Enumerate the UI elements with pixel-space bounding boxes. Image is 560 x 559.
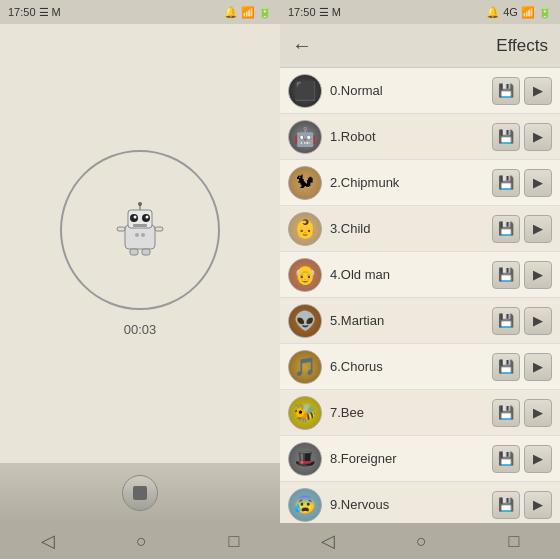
effect-actions-5: 💾▶: [492, 307, 552, 335]
save-button-3[interactable]: 💾: [492, 215, 520, 243]
effect-avatar-1: 🤖: [288, 120, 322, 154]
effect-avatar-9: 😰: [288, 488, 322, 522]
left-back-button[interactable]: ◁: [25, 526, 71, 556]
effects-list[interactable]: ⬛0.Normal💾▶🤖1.Robot💾▶🐿2.Chipmunk💾▶👶3.Chi…: [280, 68, 560, 523]
effect-item-9: 😰9.Nervous💾▶: [280, 482, 560, 523]
save-button-9[interactable]: 💾: [492, 491, 520, 519]
right-status-right: 🔔 4G 📶 🔋: [486, 6, 552, 19]
save-button-2[interactable]: 💾: [492, 169, 520, 197]
save-button-5[interactable]: 💾: [492, 307, 520, 335]
effect-actions-7: 💾▶: [492, 399, 552, 427]
effect-name-6: 6.Chorus: [330, 359, 492, 374]
robot-circle: [60, 150, 220, 310]
svg-rect-10: [142, 249, 150, 255]
back-arrow-button[interactable]: ←: [292, 34, 312, 57]
effect-item-3: 👶3.Child💾▶: [280, 206, 560, 252]
robot-face: [110, 200, 170, 260]
svg-point-7: [146, 216, 149, 219]
effect-actions-1: 💾▶: [492, 123, 552, 151]
play-button-6[interactable]: ▶: [524, 353, 552, 381]
right-status-icons: ☰ M: [319, 6, 341, 18]
play-button-0[interactable]: ▶: [524, 77, 552, 105]
effect-name-1: 1.Robot: [330, 129, 492, 144]
svg-rect-8: [133, 224, 147, 227]
effect-actions-9: 💾▶: [492, 491, 552, 519]
effect-name-0: 0.Normal: [330, 83, 492, 98]
timer-display: 00:03: [124, 322, 157, 337]
effect-item-8: 🎩8.Foreigner💾▶: [280, 436, 560, 482]
effect-avatar-2: 🐿: [288, 166, 322, 200]
left-status-left: 17:50 ☰ M: [8, 6, 61, 19]
effect-avatar-8: 🎩: [288, 442, 322, 476]
effect-item-1: 🤖1.Robot💾▶: [280, 114, 560, 160]
right-panel: 17:50 ☰ M 🔔 4G 📶 🔋 ← Effects ⬛0.Normal💾▶…: [280, 0, 560, 559]
effect-avatar-5: 👽: [288, 304, 322, 338]
left-home-button[interactable]: ○: [120, 527, 163, 556]
save-button-6[interactable]: 💾: [492, 353, 520, 381]
left-panel: 17:50 ☰ M 🔔 📶 🔋: [0, 0, 280, 559]
stop-button[interactable]: [122, 475, 158, 511]
effect-name-4: 4.Old man: [330, 267, 492, 282]
effect-item-0: ⬛0.Normal💾▶: [280, 68, 560, 114]
stop-icon: [133, 486, 147, 500]
right-menu-button[interactable]: □: [492, 527, 535, 556]
effect-avatar-3: 👶: [288, 212, 322, 246]
play-button-2[interactable]: ▶: [524, 169, 552, 197]
effect-actions-6: 💾▶: [492, 353, 552, 381]
effect-actions-2: 💾▶: [492, 169, 552, 197]
left-status-right: 🔔 📶 🔋: [224, 6, 272, 19]
play-button-7[interactable]: ▶: [524, 399, 552, 427]
right-battery-icons: 🔔 4G 📶 🔋: [486, 6, 552, 18]
play-button-1[interactable]: ▶: [524, 123, 552, 151]
svg-point-6: [134, 216, 137, 219]
left-main-area: 00:03: [0, 24, 280, 463]
effect-item-2: 🐿2.Chipmunk💾▶: [280, 160, 560, 206]
effect-avatar-4: 👴: [288, 258, 322, 292]
left-menu-button[interactable]: □: [212, 527, 255, 556]
left-status-icons-left: ☰ M: [39, 6, 61, 19]
effect-avatar-6: 🎵: [288, 350, 322, 384]
play-button-4[interactable]: ▶: [524, 261, 552, 289]
save-button-0[interactable]: 💾: [492, 77, 520, 105]
effect-actions-4: 💾▶: [492, 261, 552, 289]
svg-rect-11: [117, 227, 125, 231]
left-status-icons-right: 🔔 📶 🔋: [224, 6, 272, 19]
effect-item-6: 🎵6.Chorus💾▶: [280, 344, 560, 390]
svg-rect-0: [125, 225, 155, 249]
save-button-4[interactable]: 💾: [492, 261, 520, 289]
play-button-5[interactable]: ▶: [524, 307, 552, 335]
left-bottom-bar: [0, 463, 280, 523]
right-nav-bar: ◁ ○ □: [280, 523, 560, 559]
right-time: 17:50: [288, 6, 316, 18]
right-home-button[interactable]: ○: [400, 527, 443, 556]
robot-svg: [110, 200, 170, 260]
svg-rect-9: [130, 249, 138, 255]
left-status-bar: 17:50 ☰ M 🔔 📶 🔋: [0, 0, 280, 24]
right-status-bar: 17:50 ☰ M 🔔 4G 📶 🔋: [280, 0, 560, 24]
play-button-8[interactable]: ▶: [524, 445, 552, 473]
play-button-3[interactable]: ▶: [524, 215, 552, 243]
right-back-button[interactable]: ◁: [305, 526, 351, 556]
effect-item-5: 👽5.Martian💾▶: [280, 298, 560, 344]
save-button-8[interactable]: 💾: [492, 445, 520, 473]
left-nav-bar: ◁ ○ □: [0, 523, 280, 559]
left-time: 17:50: [8, 6, 36, 18]
svg-point-3: [138, 202, 142, 206]
effect-name-8: 8.Foreigner: [330, 451, 492, 466]
effect-actions-8: 💾▶: [492, 445, 552, 473]
effect-item-7: 🐝7.Bee💾▶: [280, 390, 560, 436]
right-header: ← Effects: [280, 24, 560, 68]
right-status-left: 17:50 ☰ M: [288, 6, 341, 19]
effect-name-3: 3.Child: [330, 221, 492, 236]
save-button-7[interactable]: 💾: [492, 399, 520, 427]
svg-rect-12: [155, 227, 163, 231]
effect-item-4: 👴4.Old man💾▶: [280, 252, 560, 298]
effect-name-2: 2.Chipmunk: [330, 175, 492, 190]
svg-point-14: [141, 233, 145, 237]
effect-name-5: 5.Martian: [330, 313, 492, 328]
effect-name-7: 7.Bee: [330, 405, 492, 420]
play-button-9[interactable]: ▶: [524, 491, 552, 519]
save-button-1[interactable]: 💾: [492, 123, 520, 151]
effect-actions-0: 💾▶: [492, 77, 552, 105]
svg-point-13: [135, 233, 139, 237]
